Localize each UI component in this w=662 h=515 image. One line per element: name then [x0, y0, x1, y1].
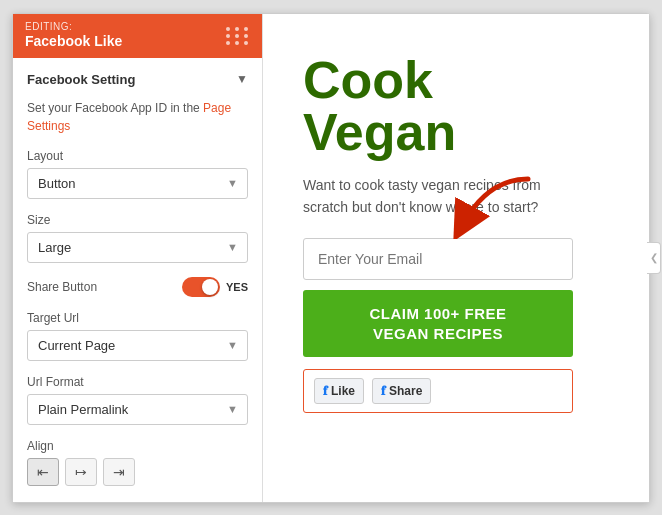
page-title: Cook Vegan — [303, 54, 456, 158]
align-label: Align — [27, 439, 248, 453]
share-toggle[interactable] — [182, 277, 220, 297]
share-button-label: Share Button — [27, 280, 97, 294]
facebook-share-icon: 𝐟 — [381, 383, 385, 399]
align-right-button[interactable]: ⇥ — [103, 458, 135, 486]
cta-line2: VEGAN RECIPES — [373, 325, 503, 342]
fb-share-label: Share — [389, 384, 422, 398]
cta-button[interactable]: CLAIM 100+ FREE VEGAN RECIPES — [303, 290, 573, 357]
target-url-field: Target Url Current Page Custom URL ▼ — [27, 311, 248, 361]
layout-label: Layout — [27, 149, 248, 163]
dot — [235, 34, 239, 38]
description-part1: Set your Facebook App ID in the — [27, 101, 203, 115]
description-text: Set your Facebook App ID in the Page Set… — [27, 99, 248, 135]
chevron-down-icon[interactable]: ▼ — [236, 72, 248, 86]
layout-select[interactable]: Button Box Count Button Count — [27, 168, 248, 199]
fb-like-button[interactable]: 𝐟 Like — [314, 378, 364, 404]
drag-handle[interactable] — [226, 27, 250, 45]
dot — [235, 27, 239, 31]
share-button-row: Share Button YES — [27, 277, 248, 297]
dot — [244, 27, 248, 31]
align-left-button[interactable]: ⇤ — [27, 458, 59, 486]
url-format-label: Url Format — [27, 375, 248, 389]
fb-like-label: Like — [331, 384, 355, 398]
title-line2: Vegan — [303, 103, 456, 161]
fb-share-button[interactable]: 𝐟 Share — [372, 378, 431, 404]
editing-header-text: EDITING: Facebook Like — [25, 22, 122, 50]
dot — [226, 27, 230, 31]
layout-select-wrapper: Button Box Count Button Count ▼ — [27, 168, 248, 199]
facebook-icon: 𝐟 — [323, 383, 327, 399]
main-container: EDITING: Facebook Like Facebook Setting … — [12, 13, 650, 503]
cta-line1: CLAIM 100+ FREE — [369, 305, 506, 322]
left-panel: EDITING: Facebook Like Facebook Setting … — [13, 14, 263, 502]
dot — [226, 41, 230, 45]
target-url-label: Target Url — [27, 311, 248, 325]
dot — [226, 34, 230, 38]
align-row: ⇤ ↦ ⇥ — [27, 458, 248, 486]
title-line1: Cook — [303, 51, 433, 109]
dot — [244, 34, 248, 38]
target-url-select[interactable]: Current Page Custom URL — [27, 330, 248, 361]
editing-label: EDITING: — [25, 22, 122, 32]
fb-widget-box: 𝐟 Like 𝐟 Share — [303, 369, 573, 413]
align-center-button[interactable]: ↦ — [65, 458, 97, 486]
size-select-wrapper: Large Medium Small ▼ — [27, 232, 248, 263]
url-format-select-wrapper: Plain Permalink Custom ▼ — [27, 394, 248, 425]
dot — [235, 41, 239, 45]
toggle-yes-label: YES — [226, 281, 248, 293]
url-format-field: Url Format Plain Permalink Custom ▼ — [27, 375, 248, 425]
editing-header: EDITING: Facebook Like — [13, 14, 262, 58]
toggle-knob — [202, 279, 218, 295]
right-panel: Cook Vegan Want to cook tasty vegan reci… — [263, 14, 649, 502]
size-field: Size Large Medium Small ▼ — [27, 213, 248, 263]
page-description: Want to cook tasty vegan recipes from sc… — [303, 174, 563, 219]
size-label: Size — [27, 213, 248, 227]
target-url-select-wrapper: Current Page Custom URL ▼ — [27, 330, 248, 361]
align-field: Align ⇤ ↦ ⇥ — [27, 439, 248, 486]
editing-title: Facebook Like — [25, 32, 122, 50]
dot — [244, 41, 248, 45]
email-input[interactable] — [303, 238, 573, 280]
section-title: Facebook Setting — [27, 72, 135, 87]
size-select[interactable]: Large Medium Small — [27, 232, 248, 263]
panel-body: Facebook Setting ▼ Set your Facebook App… — [13, 58, 262, 502]
section-header: Facebook Setting ▼ — [27, 72, 248, 87]
layout-field: Layout Button Box Count Button Count ▼ — [27, 149, 248, 199]
toggle-right: YES — [182, 277, 248, 297]
url-format-select[interactable]: Plain Permalink Custom — [27, 394, 248, 425]
